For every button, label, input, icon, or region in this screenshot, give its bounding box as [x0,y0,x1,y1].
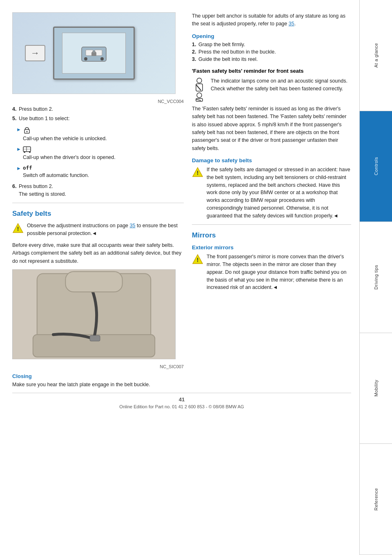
svg-point-3 [84,57,87,60]
svg-point-20 [197,78,202,83]
figure-caption-belt: NC_SIC007 [12,364,184,369]
sidebar-label-mobility: Mobility [374,380,379,396]
svg-point-4 [100,57,104,60]
figure-caption-nav: NC_VCC004 [12,99,184,104]
bullet-icon-door [23,145,116,153]
belt-diagram-figure [12,269,176,359]
bullet-icon-unlock [23,126,107,134]
step-5: 5. Use button 1 to select: [12,115,184,123]
nav-arrow-icon: → [25,45,45,61]
page-35-link-1[interactable]: 35 [130,223,136,228]
opening-step-1: 1. Grasp the belt firmly. [192,42,351,47]
opening-steps-list: 1. Grasp the belt firmly. 2. Press the r… [192,42,351,62]
svg-point-7 [26,131,27,132]
sidebar-section-mobility[interactable]: Mobility [360,333,392,444]
steps-4-5-block: 4. Press button 2. 5. Use button 1 to se… [12,105,184,123]
step-6-subtext: The setting is stored. [19,190,66,198]
sidebar-label-driving-tips: Driving tips [374,265,379,289]
bullet-item-unlock: ► Call-up when the vehicle is unlocked. [16,126,184,143]
opening-step-2: 2. Press the red button in the buckle. [192,49,351,55]
fasten-body1: The indicator lamps come on and an acous… [211,77,351,93]
page-number: 41 [12,396,351,403]
exterior-mirrors-warning-icon: ! [192,253,203,265]
safety-belts-heading: Safety belts [12,210,184,218]
bullet-off-label: off [23,165,89,171]
svg-rect-19 [65,271,122,292]
warning-triangle-icon: ! [12,222,24,234]
opening-step-1-num: 1. [192,42,198,47]
step-5-num: 5. [12,115,19,123]
fasten-body2: The 'Fasten safety belts' reminder is is… [192,105,351,152]
step-4-num: 4. [12,105,19,113]
sidebar-label-at-a-glance: At a glance [374,43,379,68]
sidebar-label-reference: Reference [374,488,379,510]
step-5-text: Use button 1 to select: [19,115,69,123]
bullet-off-text: Switch off automatic function. [23,172,89,179]
safety-belts-warning-text: Observe the adjustment instructions on p… [27,222,184,237]
bullet-item-door: ► Call-up when the dr [16,145,184,161]
exterior-mirrors-warning-box: ! The front passenger's mirror is more c… [192,253,351,291]
damage-warning-text: If the safety belts are damaged or stres… [207,166,351,219]
step-6: 6. Press button 2. The setting is stored… [12,183,184,198]
fasten-belt-icons [192,77,207,102]
page-footer: 41 Online Edition for Part no. 01 41 2 6… [12,393,351,411]
opening-step-1-text: Grasp the belt firmly. [198,42,245,47]
opening-step-3-text: Guide the belt into its reel. [198,56,258,62]
nav-screen [53,27,135,80]
bullet-item-off: ► off Switch off automatic function. [16,165,184,179]
bullet-door-text: Call-up when the driver's door is opened… [23,154,116,161]
opening-heading: Opening [192,33,351,39]
closing-text: Make sure you hear the latch plate engag… [12,381,184,389]
svg-rect-18 [90,336,100,341]
sidebar: At a glance Controls Driving tips Mobili… [359,0,392,555]
safety-belts-body: Before every drive, make sure that all o… [12,242,184,265]
bullet-unlock-text: Call-up when the vehicle is unlocked. [23,135,107,143]
damage-warning-box: ! If the safety belts are damaged or str… [192,166,351,219]
bullet-arrow-icon-3: ► [16,165,21,172]
screen-display-icon [78,41,110,65]
exterior-mirrors-warning-text: The front passenger's mirror is more con… [207,253,351,291]
fasten-icons-svg [192,77,207,102]
page-35-link-2[interactable]: 35 [289,21,294,27]
fasten-icon-box: The indicator lamps come on and an acous… [192,77,351,102]
svg-text:!: ! [197,257,199,263]
svg-point-12 [29,151,31,153]
step-4-text: Press button 2. [19,105,53,113]
bullet-arrow-icon: ► [16,126,21,134]
step-6-text: Press button 2. [19,183,66,190]
step-4: 4. Press button 2. [12,105,184,113]
sidebar-section-at-a-glance[interactable]: At a glance [360,0,392,111]
damage-warning-icon: ! [192,166,203,178]
damage-heading: Damage to safety belts [192,157,351,163]
upper-belt-text: The upper belt anchor is suitable for ad… [192,12,351,28]
nav-diagram-figure: → [12,12,176,94]
svg-rect-5 [91,52,96,56]
exterior-mirrors-heading: Exterior mirrors [192,244,351,251]
svg-point-22 [197,93,202,98]
closing-heading: Closing [12,373,184,379]
svg-text:!: ! [197,170,199,176]
sidebar-section-driving-tips[interactable]: Driving tips [360,222,392,333]
bullet-arrow-icon-2: ► [16,145,21,153]
opening-step-2-num: 2. [192,49,198,55]
sidebar-section-controls[interactable]: Controls [360,111,392,222]
mirrors-heading: Mirrors [192,231,351,239]
step-6-block: 6. Press button 2. The setting is stored… [12,183,184,198]
opening-step-2-text: Press the red button in the buckle. [198,49,276,55]
sidebar-section-reference[interactable]: Reference [360,444,392,555]
svg-rect-21 [196,84,203,91]
opening-step-3-num: 3. [192,56,198,62]
fasten-heading: 'Fasten safety belts' reminder for front… [192,68,351,74]
svg-text:!: ! [17,226,19,232]
opening-step-3: 3. Guide the belt into its reel. [192,56,351,62]
safety-belts-warning-box: ! Observe the adjustment instructions on… [12,222,184,237]
svg-point-11 [24,151,25,153]
belt-diagram-svg [13,269,175,359]
step-6-num: 6. [12,183,19,198]
sidebar-label-controls: Controls [374,157,379,175]
footer-text: Online Edition for Part no. 01 41 2 600 … [119,404,244,409]
